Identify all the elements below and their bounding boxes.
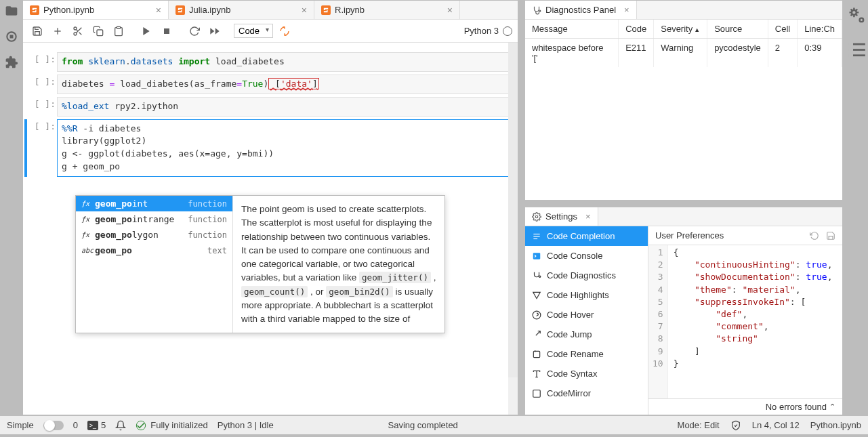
- cell-input[interactable]: diabetes = load_diabetes(as_frame=True) …: [57, 75, 512, 94]
- completion-item[interactable]: abcgeom_potext: [76, 243, 232, 258]
- cell-prompt: [ ]:: [30, 54, 56, 64]
- close-icon[interactable]: ×: [442, 5, 453, 16]
- cursor-position[interactable]: Ln 4, Col 12: [752, 420, 800, 430]
- settings-nav-item[interactable]: CodeMirror: [525, 383, 648, 403]
- col-linech[interactable]: Line:Ch: [798, 20, 842, 39]
- svg-rect-27: [533, 351, 539, 357]
- mode-status[interactable]: Mode: Edit: [678, 420, 720, 430]
- gear-icon: [532, 212, 541, 222]
- svg-marker-14: [143, 27, 149, 35]
- kernel-status[interactable]: Python 3 | Idle: [218, 420, 274, 430]
- tab-python[interactable]: Python.ipynb ×: [23, 1, 169, 19]
- col-severity[interactable]: Severity▲: [654, 20, 707, 39]
- stethoscope-icon: [532, 5, 541, 15]
- col-code[interactable]: Code: [619, 20, 654, 39]
- notebook-toolbar: Code Python 3: [23, 20, 518, 43]
- settings-nav-item[interactable]: Code Syntax: [525, 364, 648, 383]
- trust-icon[interactable]: [730, 420, 741, 431]
- save-icon[interactable]: [32, 26, 43, 37]
- terminal-count[interactable]: >_5: [87, 420, 106, 430]
- code-cell[interactable]: [ ]: diabetes = load_diabetes(as_frame=T…: [57, 75, 512, 94]
- settings-nav[interactable]: Code CompletionCode ConsoleCode Diagnost…: [525, 226, 648, 415]
- terminal-icon: >_: [87, 421, 98, 430]
- settings-nav-item[interactable]: Code Jump: [525, 325, 648, 344]
- cell-input[interactable]: %%R -i diabetes library(ggplot2) g <- gg…: [57, 119, 512, 177]
- svg-rect-12: [97, 30, 103, 36]
- svg-rect-3: [175, 5, 185, 15]
- diagnostic-row[interactable]: whitespace before '['E211Warningpycodest…: [525, 39, 842, 68]
- col-cell[interactable]: Cell: [768, 20, 797, 39]
- svg-point-8: [74, 33, 77, 35]
- diagnostics-table: Message Code Severity▲ Source Cell Line:…: [525, 20, 842, 67]
- bell-icon[interactable]: [115, 420, 126, 431]
- col-source[interactable]: Source: [707, 20, 768, 39]
- settings-nav-item[interactable]: Code Diagnostics: [525, 266, 648, 285]
- svg-point-24: [539, 276, 541, 277]
- paste-icon[interactable]: [113, 26, 124, 37]
- settings-nav-item[interactable]: Code Hover: [525, 305, 648, 325]
- tab-label: Julia.ipynb: [189, 5, 230, 15]
- svg-rect-4: [321, 5, 331, 15]
- chevron-icon[interactable]: ⌃: [829, 402, 835, 411]
- svg-rect-23: [533, 253, 541, 259]
- add-icon[interactable]: [52, 26, 63, 37]
- close-icon[interactable]: ×: [624, 5, 629, 15]
- json-editor[interactable]: 12345678910 { "continuousHinting": true,…: [648, 245, 842, 398]
- settings-nav-item[interactable]: Code Rename: [525, 344, 648, 364]
- code-cell[interactable]: [ ]: from sklearn.datasets import load_d…: [57, 52, 512, 72]
- settings-nav-item[interactable]: Code Highlights: [525, 285, 648, 305]
- col-message[interactable]: Message: [525, 20, 619, 39]
- cell-input[interactable]: from sklearn.datasets import load_diabet…: [57, 52, 512, 72]
- panel-title: Diagnostics Panel: [545, 5, 616, 15]
- close-icon[interactable]: ×: [585, 211, 591, 222]
- close-icon[interactable]: ×: [150, 5, 161, 16]
- stop-icon[interactable]: [161, 26, 172, 37]
- undo-icon[interactable]: [810, 231, 819, 241]
- svg-rect-31: [533, 390, 541, 397]
- toc-icon[interactable]: [846, 39, 868, 61]
- close-icon[interactable]: ×: [296, 5, 307, 16]
- cell-type-select[interactable]: Code: [234, 24, 273, 38]
- completion-item[interactable]: ƒxgeom_pointrangefunction: [76, 211, 232, 227]
- settings-tab[interactable]: Settings ×: [525, 207, 598, 226]
- cut-icon[interactable]: [73, 26, 83, 37]
- save-icon[interactable]: [826, 231, 835, 241]
- settings-nav-item[interactable]: Code Console: [525, 246, 648, 266]
- restart-icon[interactable]: [189, 26, 200, 37]
- scrollbar[interactable]: [508, 43, 518, 415]
- svg-point-32: [852, 10, 856, 15]
- fast-forward-icon[interactable]: [209, 26, 220, 37]
- copy-icon[interactable]: [93, 26, 104, 37]
- simple-toggle[interactable]: [43, 421, 64, 430]
- running-icon[interactable]: [5, 30, 18, 43]
- notebook-body[interactable]: [ ]: from sklearn.datasets import load_d…: [23, 43, 518, 415]
- settings-nav-item[interactable]: Code Completion: [525, 226, 648, 246]
- kernel-name[interactable]: Python 3: [464, 26, 499, 36]
- run-icon[interactable]: [141, 26, 152, 37]
- lsp-status[interactable]: Fully initialized: [136, 420, 208, 431]
- diagnostics-tab[interactable]: Diagnostics Panel ×: [525, 1, 637, 19]
- render-icon[interactable]: [279, 26, 290, 37]
- completion-item[interactable]: ƒxgeom_polygonfunction: [76, 227, 232, 243]
- svg-point-19: [535, 215, 538, 218]
- tab-count[interactable]: 0: [73, 420, 78, 430]
- settings-editor: User Preferences 12345678910 { "continuo…: [648, 226, 842, 415]
- kernel-status-icon[interactable]: [503, 26, 512, 36]
- right-activity-bar: [846, 0, 868, 415]
- completion-doc: The point geom is used to create scatter…: [233, 196, 445, 333]
- cell-prompt: [ ]:: [30, 77, 56, 87]
- code-cell[interactable]: [ ]: %load_ext rpy2.ipython: [57, 97, 512, 117]
- completion-popup: ƒxgeom_pointfunctionƒxgeom_pointrangefun…: [75, 195, 445, 333]
- gears-icon[interactable]: [846, 4, 868, 26]
- simple-label: Simple: [7, 420, 34, 430]
- file-name[interactable]: Python.ipynb: [810, 420, 861, 430]
- completion-list[interactable]: ƒxgeom_pointfunctionƒxgeom_pointrangefun…: [76, 196, 233, 333]
- completion-item[interactable]: ƒxgeom_pointfunction: [76, 196, 232, 211]
- extension-icon[interactable]: [5, 56, 18, 69]
- svg-rect-2: [30, 5, 39, 15]
- tab-julia[interactable]: Julia.ipynb ×: [169, 1, 314, 19]
- code-cell[interactable]: [ ]: %%R -i diabetes library(ggplot2) g …: [57, 119, 512, 177]
- folder-icon[interactable]: [5, 4, 18, 18]
- cell-input[interactable]: %load_ext rpy2.ipython: [57, 97, 512, 117]
- tab-r[interactable]: R.ipynb ×: [314, 1, 460, 19]
